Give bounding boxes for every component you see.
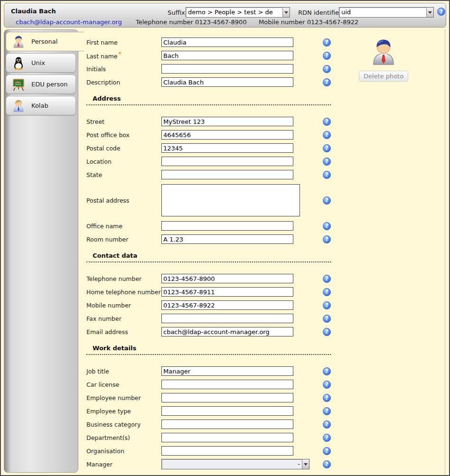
mobile-number-input[interactable] xyxy=(161,300,293,310)
help-icon[interactable]: ? xyxy=(323,275,331,283)
state-input[interactable] xyxy=(161,170,293,179)
question-mark-glyph: ? xyxy=(325,236,328,242)
help-icon[interactable]: ? xyxy=(323,328,331,336)
employee-number-input[interactable] xyxy=(161,393,293,402)
manager-select[interactable]: - xyxy=(161,459,309,469)
chevron-down-icon[interactable] xyxy=(282,8,290,17)
organisation-input[interactable] xyxy=(161,446,293,456)
help-icon[interactable]: ? xyxy=(323,38,331,47)
help-icon[interactable]: ? xyxy=(323,222,331,230)
form-row: Description ? xyxy=(86,75,331,89)
help-icon[interactable]: ? xyxy=(323,434,331,442)
question-mark-glyph: ? xyxy=(325,172,328,177)
help-icon[interactable]: ? xyxy=(437,8,445,16)
manager-select-value: - xyxy=(162,459,302,469)
help-icon[interactable]: ? xyxy=(323,118,331,126)
header-telephone-text: Telephone number 0123-4567-8900 xyxy=(136,19,247,26)
initials-input[interactable] xyxy=(161,64,293,74)
car-license-input[interactable] xyxy=(161,380,293,389)
tab-edu-person[interactable]: abc EDU person xyxy=(6,75,76,94)
field-label: State xyxy=(86,171,161,178)
help-icon[interactable]: ? xyxy=(323,131,331,139)
chevron-down-icon[interactable] xyxy=(302,459,309,469)
help-icon[interactable]: ? xyxy=(323,196,331,205)
departments-input[interactable] xyxy=(161,433,293,442)
question-mark-glyph: ? xyxy=(440,9,443,15)
email-address-input[interactable] xyxy=(161,327,293,336)
business-category-input[interactable] xyxy=(161,420,293,429)
field-label: Last name* xyxy=(86,51,161,60)
help-icon[interactable]: ? xyxy=(323,447,331,455)
help-icon[interactable]: ? xyxy=(323,394,331,402)
field-label: Location xyxy=(86,158,161,165)
form-row: Post office box ? xyxy=(86,128,331,141)
employee-type-input[interactable] xyxy=(161,406,293,416)
suffix-select[interactable]: demo > People > test > de xyxy=(186,7,290,18)
postal-code-input[interactable] xyxy=(161,143,293,153)
help-icon[interactable]: ? xyxy=(323,460,331,468)
home-telephone-number-input[interactable] xyxy=(161,287,293,297)
suffix-select-value: demo > People > test > de xyxy=(186,8,282,17)
room-number-input[interactable] xyxy=(161,234,293,244)
tab-kolab[interactable]: Kolab xyxy=(6,96,76,115)
office-name-input[interactable] xyxy=(161,221,293,231)
help-icon[interactable]: ? xyxy=(323,367,331,375)
tab-unix[interactable]: Unix xyxy=(6,53,76,73)
field-label: Post office box xyxy=(86,131,161,139)
field-label: Room number xyxy=(86,236,161,243)
field-label: Initials xyxy=(86,65,161,73)
fax-number-input[interactable] xyxy=(161,314,293,323)
postal-address-textarea[interactable] xyxy=(161,184,300,216)
form-row: Car license ? xyxy=(86,378,331,391)
delete-photo-button[interactable]: Delete photo xyxy=(359,71,408,82)
last-name-input[interactable] xyxy=(161,51,293,60)
form-row: Postal code ? xyxy=(86,141,331,155)
email-link[interactable]: cbach@ldap-account-manager.org xyxy=(16,19,122,26)
user-photo-icon xyxy=(368,37,399,67)
section-header: Contact data xyxy=(86,252,331,262)
tab-personal-label: Personal xyxy=(31,38,57,45)
job-title-input[interactable] xyxy=(161,366,293,376)
field-label: Fax number xyxy=(86,315,161,322)
help-icon[interactable]: ? xyxy=(323,288,331,296)
field-label: First name xyxy=(86,39,161,46)
field-label: Employee number xyxy=(86,394,161,401)
street-input[interactable] xyxy=(161,117,293,126)
location-input[interactable] xyxy=(161,157,293,166)
help-icon[interactable]: ? xyxy=(323,301,331,309)
post-office-box-input[interactable] xyxy=(161,130,293,140)
help-icon[interactable]: ? xyxy=(323,78,331,86)
first-name-input[interactable] xyxy=(161,37,293,47)
help-icon[interactable]: ? xyxy=(323,407,331,415)
form-row: Location ? xyxy=(86,155,331,168)
rdn-identifier-select[interactable]: uid xyxy=(339,7,434,18)
help-icon[interactable]: ? xyxy=(323,171,331,179)
field-label: Street xyxy=(86,118,161,125)
help-icon[interactable]: ? xyxy=(323,52,331,60)
content-area: Delete photo First name ? Last name* ? I… xyxy=(78,29,445,475)
help-icon[interactable]: ? xyxy=(323,65,331,73)
field-label: Description xyxy=(86,79,161,86)
help-icon[interactable]: ? xyxy=(323,235,331,243)
help-icon[interactable]: ? xyxy=(323,144,331,152)
form-row: Room number ? xyxy=(86,233,331,246)
module-tab-bar: Personal Unix abc EDU person xyxy=(4,29,78,473)
chevron-down-icon[interactable] xyxy=(426,8,433,17)
header-mobile-text: Mobile number 0123-4567-8922 xyxy=(259,19,358,26)
question-mark-glyph: ? xyxy=(325,461,328,467)
question-mark-glyph: ? xyxy=(325,368,328,374)
description-input[interactable] xyxy=(161,77,293,87)
section-address: Address Street ? Post office box ? Posta… xyxy=(86,95,331,246)
form-row: Street ? xyxy=(86,115,331,128)
field-label: Department(s) xyxy=(86,434,161,441)
help-icon[interactable]: ? xyxy=(323,158,331,166)
telephone-number-input[interactable] xyxy=(161,274,293,283)
tab-personal[interactable]: Personal xyxy=(6,32,84,51)
help-icon[interactable]: ? xyxy=(323,381,331,389)
form-row: Postal address ? xyxy=(86,181,331,219)
required-marker: * xyxy=(118,51,121,57)
help-icon[interactable]: ? xyxy=(323,315,331,323)
form-row: Organisation ? xyxy=(86,444,331,457)
dropdown-arrow-icon xyxy=(304,463,308,466)
help-icon[interactable]: ? xyxy=(323,420,331,429)
